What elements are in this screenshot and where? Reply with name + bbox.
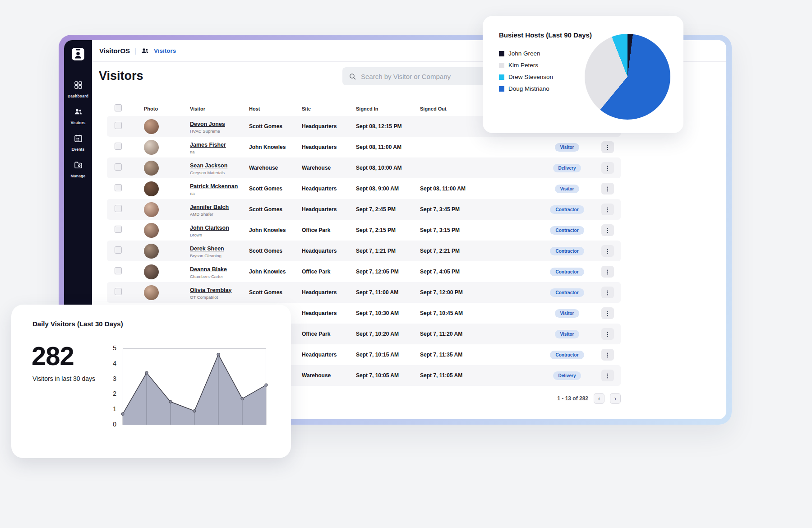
legend-item: John Green [499, 50, 553, 57]
visitor-total-subtitle: Visitors in last 30 days [32, 375, 95, 382]
sidebar-item-manage[interactable]: Manage [64, 156, 92, 183]
page-title: Visitors [99, 69, 143, 83]
visitor-type-badge: Visitor [555, 185, 580, 193]
table-row[interactable]: John Clarkson Brown John Knowles Office … [107, 220, 621, 241]
site-cell: Office Park [302, 331, 356, 337]
breadcrumb-current[interactable]: Visitors [154, 47, 176, 54]
sidebar-label-dashboard: Dashboard [68, 94, 88, 98]
visitor-name-link[interactable]: Jennifer Balch [190, 204, 229, 210]
visitor-name-link[interactable]: Olivia Tremblay [190, 287, 231, 293]
visitor-name-link[interactable]: Patrick Mckennan [190, 183, 238, 190]
row-checkbox[interactable] [115, 246, 122, 254]
row-menu-kebab-button[interactable]: ⋮ [601, 287, 614, 298]
signed-out-cell: Sept 7, 3:45 PM [420, 206, 540, 213]
busiest-hosts-title: Busiest Hosts (Last 90 Days) [499, 31, 592, 39]
daily-visitors-plot [123, 348, 266, 425]
next-page-button[interactable]: › [610, 393, 621, 404]
avatar [144, 181, 159, 196]
avatar [144, 119, 159, 134]
y-axis-tick-label: 0 [113, 421, 116, 428]
visitor-name-link[interactable]: Deanna Blake [190, 266, 227, 273]
visitor-type-badge: Contractor [550, 288, 584, 297]
pie-chart [585, 34, 670, 120]
sidebar-item-events[interactable]: Events [64, 130, 92, 156]
signed-in-cell: Sept 7, 10:15 AM [356, 352, 420, 358]
visitor-type-badge: Contractor [550, 205, 584, 214]
host-cell: Scott Gomes [249, 123, 302, 130]
row-checkbox[interactable] [115, 163, 122, 171]
row-menu-kebab-button[interactable]: ⋮ [601, 370, 614, 381]
site-cell: Headquarters [302, 123, 356, 130]
pagination-label: 1 - 13 of 282 [557, 395, 588, 402]
row-checkbox[interactable] [115, 267, 122, 274]
legend-swatch-icon [499, 74, 504, 80]
sidebar-label-manage: Manage [71, 174, 86, 178]
daily-visitors-title: Daily Visitors (Last 30 Days) [32, 320, 123, 328]
header-signed-in: Signed In [356, 106, 420, 111]
avatar [144, 161, 159, 176]
site-cell: Headquarters [302, 248, 356, 254]
legend-label: Doug Mistriano [508, 85, 549, 92]
signed-in-cell: Sept 7, 12:05 PM [356, 269, 420, 275]
select-all-checkbox[interactable] [115, 104, 122, 111]
row-checkbox[interactable] [115, 205, 122, 212]
host-cell: John Knowles [249, 144, 302, 150]
host-cell: Scott Gomes [249, 206, 302, 213]
row-menu-kebab-button[interactable]: ⋮ [601, 307, 614, 319]
row-menu-kebab-button[interactable]: ⋮ [601, 224, 614, 236]
visitor-name-link[interactable]: Derek Sheen [190, 245, 224, 252]
visitor-name-link[interactable]: Devon Jones [190, 121, 225, 127]
y-axis-tick-label: 5 [113, 344, 116, 352]
row-menu-kebab-button[interactable]: ⋮ [601, 328, 614, 340]
site-cell: Headquarters [302, 185, 356, 192]
visitor-name-link[interactable]: Sean Jackson [190, 162, 227, 169]
pagination: 1 - 13 of 282 ‹ › [557, 393, 621, 404]
row-checkbox[interactable] [115, 288, 122, 295]
sidebar-item-visitors[interactable]: Visitors [64, 103, 92, 130]
header-visitor: Visitor [190, 106, 249, 111]
avatar [144, 202, 159, 217]
row-menu-kebab-button[interactable]: ⋮ [601, 141, 614, 153]
signed-in-cell: Sept 08, 9:00 AM [356, 185, 420, 192]
row-menu-kebab-button[interactable]: ⋮ [601, 183, 614, 195]
row-menu-kebab-button[interactable]: ⋮ [601, 245, 614, 257]
row-menu-kebab-button[interactable]: ⋮ [601, 349, 614, 361]
row-menu-kebab-button[interactable]: ⋮ [601, 266, 614, 278]
table-row[interactable]: Jennifer Balch AMD Shafer Scott Gomes He… [107, 199, 621, 220]
visitor-company: Chambers-Carter [190, 274, 249, 279]
table-row[interactable]: Olivia Tremblay OT Compatriot Scott Gome… [107, 282, 621, 303]
y-axis-tick-label: 3 [113, 375, 116, 382]
row-checkbox[interactable] [115, 122, 122, 129]
row-menu-kebab-button[interactable]: ⋮ [601, 162, 614, 174]
topbar-divider: | [134, 47, 136, 55]
visitor-company: OT Compatriot [190, 295, 249, 300]
sidebar-item-dashboard[interactable]: Dashboard [64, 76, 92, 103]
daily-visitors-plot-svg [123, 348, 266, 425]
visitor-company: Bryson Cleaning [190, 253, 249, 258]
table-row[interactable]: Deanna Blake Chambers-Carter John Knowle… [107, 261, 621, 282]
visitor-type-badge: Visitor [555, 330, 580, 338]
row-checkbox[interactable] [115, 143, 122, 150]
visitor-name-link[interactable]: James Fisher [190, 142, 226, 148]
brand-title: VisitorOS [99, 47, 130, 55]
host-cell: Warehouse [249, 165, 302, 171]
visitor-name-link[interactable]: John Clarkson [190, 225, 229, 231]
visitor-company: na [190, 191, 249, 196]
signed-out-cell: Sept 7, 3:15 PM [420, 227, 540, 233]
signed-in-cell: Sept 7, 10:30 AM [356, 310, 420, 316]
table-row[interactable]: James Fisher na John Knowles Headquarter… [107, 137, 621, 157]
row-checkbox[interactable] [115, 184, 122, 191]
host-cell: John Knowles [249, 269, 302, 275]
table-row[interactable]: Sean Jackson Greyson Materials Warehouse… [107, 157, 621, 178]
row-checkbox[interactable] [115, 226, 122, 233]
legend-item: Doug Mistriano [499, 85, 553, 92]
row-menu-kebab-button[interactable]: ⋮ [601, 204, 614, 215]
table-row[interactable]: Derek Sheen Bryson Cleaning Scott Gomes … [107, 241, 621, 261]
host-cell: John Knowles [249, 227, 302, 233]
signed-in-cell: Sept 08, 12:15 PM [356, 123, 420, 130]
table-row[interactable]: Patrick Mckennan na Scott Gomes Headquar… [107, 178, 621, 199]
prev-page-button[interactable]: ‹ [594, 393, 604, 404]
visitors-people-icon [74, 107, 83, 118]
legend-item: Kim Peters [499, 62, 553, 69]
header-site: Site [302, 106, 356, 111]
